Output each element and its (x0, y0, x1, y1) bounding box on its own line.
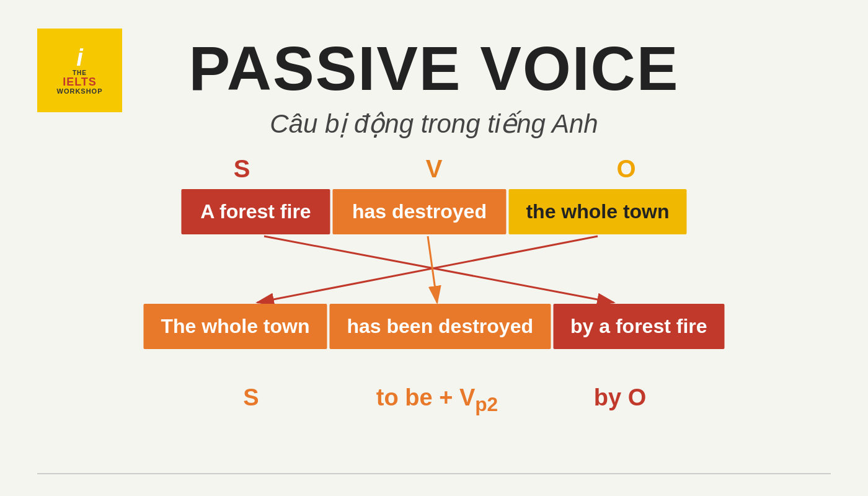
passive-subject-box: The whole town (143, 304, 327, 349)
page-subtitle: Câu bị động trong tiếng Anh (0, 108, 868, 139)
label-s-bottom: S (161, 384, 341, 416)
active-sentence-row: A forest fire has destroyed the whole to… (181, 189, 686, 234)
passive-sentence-row: The whole town has been destroyed by a f… (143, 304, 724, 349)
active-subject-box: A forest fire (181, 189, 330, 234)
svg-line-4 (264, 236, 614, 303)
page-title: PASSIVE VOICE (0, 37, 868, 99)
label-v-top: V (341, 155, 527, 183)
passive-object-box: by a forest fire (553, 304, 725, 349)
bottom-divider (37, 473, 831, 474)
label-v-bottom: to be + Vp2 (341, 384, 533, 416)
svo-labels-top: S V O (0, 155, 868, 183)
active-object-box: the whole town (508, 189, 686, 234)
svo-labels-bottom: S to be + Vp2 by O (0, 384, 868, 416)
label-s-top: S (143, 155, 341, 183)
active-verb-box: has destroyed (332, 189, 506, 234)
passive-verb-box: has been destroyed (329, 304, 551, 349)
label-o-top: O (527, 155, 725, 183)
svg-line-5 (428, 236, 437, 303)
label-o-bottom: by O (533, 384, 707, 416)
svg-line-3 (257, 236, 598, 303)
